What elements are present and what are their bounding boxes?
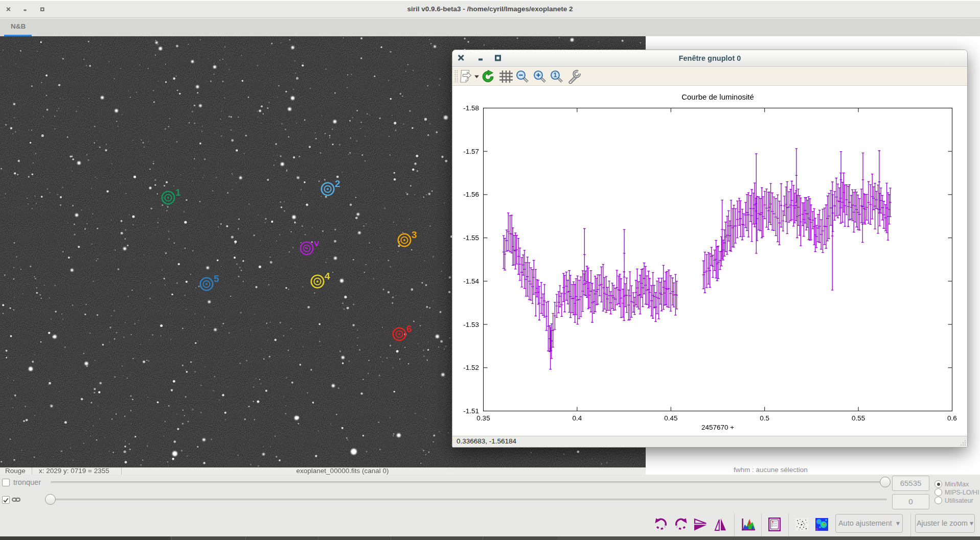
svg-text:2: 2 (335, 178, 340, 189)
svg-text:0.45: 0.45 (664, 414, 677, 422)
svg-text:0.5: 0.5 (760, 414, 769, 422)
svg-text:-1.52: -1.52 (463, 364, 479, 371)
svg-text:4: 4 (325, 271, 330, 281)
svg-text:-1.56: -1.56 (463, 191, 479, 198)
svg-text:5: 5 (214, 273, 219, 284)
svg-text:v: v (314, 238, 320, 248)
svg-text:Courbe de luminosité: Courbe de luminosité (681, 92, 754, 101)
svg-text:1: 1 (175, 187, 181, 198)
svg-text:-1.57: -1.57 (463, 148, 479, 155)
svg-text:-1.54: -1.54 (463, 277, 479, 285)
svg-text:0.35: 0.35 (476, 414, 490, 422)
svg-text:-1.51: -1.51 (463, 407, 479, 415)
svg-text:2457670 +: 2457670 + (701, 424, 734, 431)
svg-text:0.6: 0.6 (947, 414, 957, 422)
svg-text:1: 1 (554, 72, 557, 79)
svg-text:-1.53: -1.53 (463, 321, 479, 328)
svg-text:-1.55: -1.55 (463, 234, 479, 242)
svg-text:0.55: 0.55 (852, 414, 865, 422)
svg-text:3: 3 (412, 229, 417, 240)
svg-text:0.4: 0.4 (573, 414, 582, 422)
svg-text:-1.58: -1.58 (463, 104, 479, 112)
svg-text:6: 6 (406, 323, 412, 334)
